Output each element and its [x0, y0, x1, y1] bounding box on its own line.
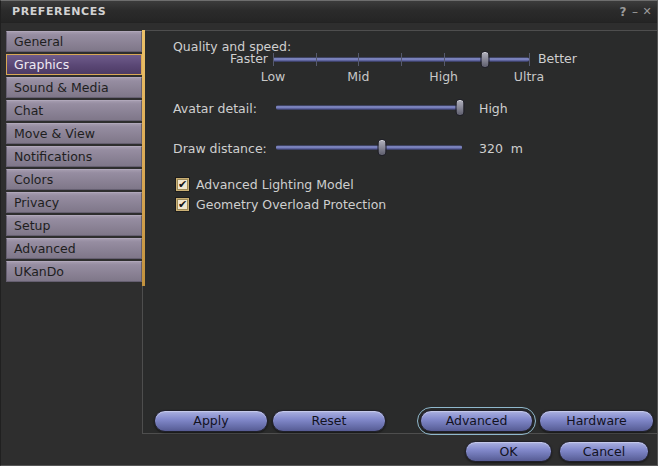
sidebar-tab-setup[interactable]: Setup — [6, 215, 142, 236]
advanced-button[interactable]: Advanced — [420, 410, 533, 432]
advanced-lighting-label: Advanced Lighting Model — [196, 177, 354, 192]
help-icon[interactable]: ? — [617, 1, 629, 23]
sidebar-tab-sound-media[interactable]: Sound & Media — [6, 77, 142, 98]
minimize-icon[interactable]: – — [629, 1, 641, 23]
cancel-button[interactable]: Cancel — [559, 441, 649, 462]
sidebar-tab-graphics[interactable]: Graphics — [6, 54, 142, 75]
quality-tick-labels: Low Mid High Ultra — [273, 69, 529, 84]
sidebar-tab-general[interactable]: General — [6, 31, 142, 52]
advanced-lighting-checkbox[interactable]: ✔ — [176, 178, 189, 191]
quality-tick-label-mid: Mid — [347, 69, 369, 84]
draw-distance-value: 320 m — [479, 141, 523, 156]
draw-distance-slider-thumb[interactable] — [378, 139, 387, 156]
geometry-overload-label: Geometry Overload Protection — [196, 197, 386, 212]
quality-tick-label-ultra: Ultra — [514, 69, 544, 84]
ok-button[interactable]: OK — [465, 441, 552, 462]
avatar-detail-value: High — [479, 101, 508, 116]
quality-tick-label-low: Low — [261, 69, 286, 84]
quality-slider[interactable] — [273, 57, 529, 62]
quality-faster-label: Faster — [203, 51, 268, 66]
hardware-button[interactable]: Hardware — [539, 410, 654, 432]
draw-distance-slider[interactable] — [276, 145, 462, 150]
selected-tab-accent-strip — [142, 30, 145, 286]
sidebar-tab-ukando[interactable]: UKanDo — [6, 261, 142, 282]
quality-tick-label-high: High — [429, 69, 458, 84]
graphics-panel: Quality and speed: Faster Better Low Mid… — [142, 30, 658, 434]
sidebar-tab-privacy[interactable]: Privacy — [6, 192, 142, 213]
slider-tick — [316, 53, 317, 66]
geometry-overload-checkbox[interactable]: ✔ — [176, 198, 189, 211]
sidebar-tab-move-view[interactable]: Move & View — [6, 123, 142, 144]
window-title: PREFERENCES — [12, 1, 106, 23]
slider-tick — [529, 53, 530, 66]
sidebar-tab-advanced[interactable]: Advanced — [6, 238, 142, 259]
titlebar[interactable]: PREFERENCES ? – ✕ — [1, 1, 657, 23]
close-icon[interactable]: ✕ — [641, 1, 653, 23]
avatar-detail-slider[interactable] — [276, 105, 462, 110]
slider-tick — [401, 53, 402, 66]
sidebar: General Graphics Sound & Media Chat Move… — [6, 31, 142, 284]
slider-tick — [444, 53, 445, 66]
reset-button[interactable]: Reset — [272, 410, 386, 432]
avatar-detail-slider-thumb[interactable] — [456, 99, 465, 116]
sidebar-tab-notifications[interactable]: Notifications — [6, 146, 142, 167]
sidebar-tab-colors[interactable]: Colors — [6, 169, 142, 190]
slider-tick — [358, 53, 359, 66]
draw-distance-label: Draw distance: — [173, 141, 267, 156]
preferences-window: PREFERENCES ? – ✕ General Graphics Sound… — [0, 0, 658, 466]
slider-tick — [273, 53, 274, 66]
checkmark-icon: ✔ — [178, 198, 187, 211]
quality-better-label: Better — [538, 51, 577, 66]
checkmark-icon: ✔ — [178, 178, 187, 191]
quality-slider-thumb[interactable] — [481, 51, 490, 68]
sidebar-tab-chat[interactable]: Chat — [6, 100, 142, 121]
apply-button[interactable]: Apply — [154, 410, 268, 432]
avatar-detail-label: Avatar detail: — [173, 101, 257, 116]
